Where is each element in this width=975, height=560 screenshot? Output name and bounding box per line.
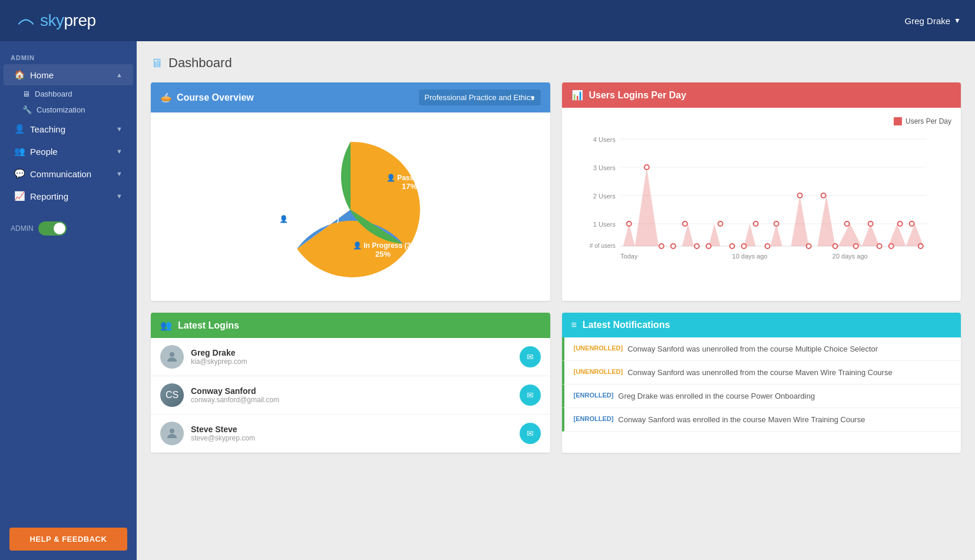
monitor-icon: 🖥	[151, 57, 163, 70]
avatar: CS	[160, 383, 184, 407]
unenrolled-badge-2: [UNENROLLED]	[574, 368, 623, 375]
svg-point-43	[888, 244, 893, 248]
svg-marker-10	[623, 224, 634, 246]
notif-text-2: Conway Sanford was unenrolled from the c…	[627, 368, 892, 377]
svg-marker-15	[770, 224, 782, 246]
person-icon: 👤	[14, 124, 25, 134]
login-user-info-1: Greg Drake kia@skyprep.com	[191, 348, 247, 366]
logins-chart-header: 📊 Users Logins Per Day	[562, 82, 961, 108]
avatar	[160, 345, 184, 369]
svg-text:2 Users: 2 Users	[593, 193, 615, 200]
bottom-cards-row: 👥 Latest Logins Greg Drake kia@skyprep.c…	[151, 313, 961, 453]
people-icon: 👥	[14, 146, 25, 157]
svg-point-46	[918, 244, 923, 248]
course-overview-card: 🥧 Course Overview Professional Practice …	[151, 82, 550, 301]
monitor-icon: 🖥	[22, 90, 30, 98]
admin-toggle[interactable]	[38, 221, 67, 236]
svg-text:4 Users: 4 Users	[593, 136, 615, 143]
notstarted-label: 👤 Not Started (7)	[279, 214, 339, 223]
svg-point-37	[821, 193, 825, 198]
svg-text:20 days ago: 20 days ago	[832, 253, 867, 260]
svg-marker-20	[888, 224, 905, 246]
bar-chart-icon: 📊	[571, 90, 583, 101]
svg-text:# of users: # of users	[589, 243, 615, 249]
svg-point-26	[682, 221, 687, 226]
login-item-left-2: CS Conway Sanford conway.sanford@gmail.c…	[160, 383, 279, 407]
group-icon: 👥	[160, 320, 172, 331]
logo-text: skyprep	[40, 11, 96, 30]
login-email-2: conway.sanford@gmail.com	[191, 396, 279, 404]
svg-text:3 Users: 3 Users	[593, 164, 615, 171]
course-overview-title: Course Overview	[177, 92, 254, 103]
sidebar-item-reporting[interactable]: 📈 Reporting ▼	[4, 185, 133, 207]
list-item: Greg Drake kia@skyprep.com ✉	[151, 338, 550, 376]
chart-legend: Users Per Day	[571, 117, 952, 125]
legend-label: Users Per Day	[905, 117, 951, 125]
enrolled-badge-2: [ENROLLED]	[574, 415, 614, 422]
svg-point-40	[853, 244, 858, 248]
login-item-left-3: Steve Steve steve@skyprep.com	[160, 422, 255, 445]
mail-button-1[interactable]: ✉	[520, 346, 541, 367]
wrench-icon: 🔧	[22, 105, 32, 114]
svg-point-45	[909, 221, 914, 226]
sidebar-item-people[interactable]: 👥 People ▼	[4, 141, 133, 162]
course-select[interactable]: Professional Practice and Ethics	[419, 90, 541, 105]
svg-point-33	[765, 244, 769, 248]
communication-label: Communication	[30, 169, 91, 179]
help-feedback-button[interactable]: HELP & FEEDBACK	[9, 528, 127, 551]
list-icon: ≡	[571, 320, 577, 330]
unenrolled-badge-1: [UNENROLLED]	[574, 344, 623, 352]
pie-chart-container: 👤 Passed (2) 17% 👤 In Progress (3) 25% 👤…	[151, 112, 550, 301]
logins-chart-title: Users Logins Per Day	[589, 90, 686, 101]
svg-marker-19	[861, 224, 879, 246]
notif-text-1: Conway Sanford was unenrolled from the c…	[627, 344, 878, 353]
login-name-2: Conway Sanford	[191, 386, 279, 396]
notif-text-3: Greg Drake was enrolled in the course Po…	[618, 392, 815, 400]
chevron-down-icon: ▼	[116, 125, 123, 132]
enrolled-badge-1: [ENROLLED]	[574, 392, 614, 399]
mail-button-2[interactable]: ✉	[520, 385, 541, 406]
notif-text-4: Conway Sanford was enrolled in the cours…	[618, 415, 865, 424]
svg-marker-14	[743, 224, 755, 246]
mail-button-3[interactable]: ✉	[520, 423, 541, 444]
svg-marker-11	[634, 167, 658, 246]
latest-notifications-card: ≡ Latest Notifications [UNENROLLED] Conw…	[562, 313, 961, 453]
svg-point-24	[659, 244, 663, 248]
sidebar-item-customization[interactable]: 🔧 Customization	[0, 102, 137, 118]
toggle-thumb	[54, 223, 65, 234]
toggle-label: ADMIN	[11, 224, 34, 233]
svg-point-39	[844, 221, 849, 226]
logo: skyprep	[14, 11, 96, 30]
svg-marker-13	[708, 224, 720, 246]
passed-pct: 17%	[402, 182, 417, 191]
sidebar-footer: HELP & FEEDBACK	[0, 518, 137, 560]
svg-point-34	[774, 221, 778, 226]
login-name-1: Greg Drake	[191, 348, 247, 357]
latest-logins-title: Latest Logins	[178, 320, 239, 331]
svg-marker-17	[817, 195, 835, 246]
svg-point-30	[729, 244, 734, 248]
sidebar-item-dashboard[interactable]: 🖥 Dashboard	[0, 86, 137, 102]
course-select-wrapper[interactable]: Professional Practice and Ethics	[419, 90, 541, 105]
latest-logins-card: 👥 Latest Logins Greg Drake kia@skyprep.c…	[151, 313, 550, 453]
sidebar-item-teaching[interactable]: 👤 Teaching ▼	[4, 118, 133, 140]
svg-marker-18	[838, 224, 861, 246]
avatar	[160, 422, 184, 445]
svg-point-36	[806, 244, 811, 248]
admin-label: ADMIN	[0, 47, 137, 64]
user-menu[interactable]: Greg Drake ▼	[905, 16, 961, 26]
chevron-down-icon4: ▼	[116, 193, 123, 200]
login-name-3: Steve Steve	[191, 425, 255, 434]
svg-marker-21	[905, 224, 923, 246]
list-item: CS Conway Sanford conway.sanford@gmail.c…	[151, 376, 550, 415]
svg-point-22	[626, 221, 631, 226]
login-user-info-3: Steve Steve steve@skyprep.com	[191, 425, 255, 442]
home-label: Home	[30, 70, 54, 80]
inprogress-pct: 25%	[375, 250, 391, 259]
svg-point-50	[170, 352, 174, 357]
pie-chart: 👤 Passed (2) 17% 👤 In Progress (3) 25% 👤…	[256, 124, 445, 289]
sidebar-item-communication[interactable]: 💬 Communication ▼	[4, 163, 133, 184]
top-cards-row: 🥧 Course Overview Professional Practice …	[151, 82, 961, 301]
list-item: [ENROLLED] Greg Drake was enrolled in th…	[562, 385, 961, 408]
sidebar-item-home[interactable]: 🏠 Home ▲	[4, 64, 133, 85]
